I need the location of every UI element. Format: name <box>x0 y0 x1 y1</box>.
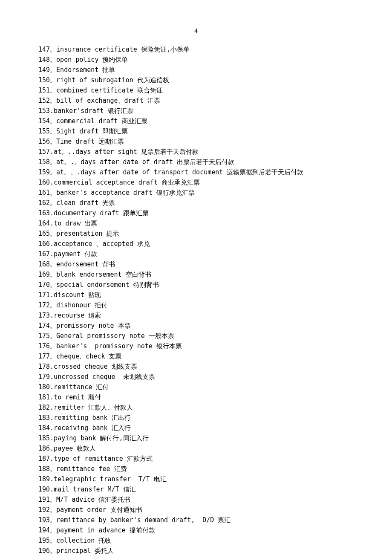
glossary-entry: 162。clean draft 光票 <box>38 198 354 208</box>
glossary-entry: 152。bill of exchange、draft 汇票 <box>38 95 354 106</box>
glossary-entry: 181.to remit 顺付 <box>38 392 354 402</box>
glossary-entry: 164.to draw 出票 <box>38 218 354 228</box>
glossary-entry: 156。Time draft 远期汇票 <box>38 136 354 147</box>
glossary-entry: 191。M/T advice 信汇委托书 <box>38 494 354 505</box>
glossary-entry: 147。insurance certificate 保险凭证,小保单 <box>38 44 354 55</box>
glossary-entry: 180.remittance 汇付 <box>38 382 354 392</box>
glossary-entry: 161。banker's acceptance draft 银行承兑汇票 <box>38 188 354 198</box>
glossary-entry: 192。payment order 支付通知书 <box>38 505 354 515</box>
glossary-entry: 189.telegraphic transfer T/T 电汇 <box>38 474 354 484</box>
glossary-entry: 172。dishonour 拒付 <box>38 300 354 310</box>
glossary-entry: 178.crossed cheque 划线支票 <box>38 361 354 372</box>
glossary-entry: 170。special endorsement 特别背书 <box>38 280 354 290</box>
glossary-entry: 158。at。.。days after date of draft 出票后若干天… <box>38 157 354 167</box>
glossary-entry: 148。open policy 预约保单 <box>38 55 354 65</box>
glossary-entry: 151。combined certificate 联合凭证 <box>38 85 354 95</box>
glossary-entry: 195。collection 托收 <box>38 535 354 546</box>
glossary-entry: 160.commercial acceptance draft 商业承兑汇票 <box>38 177 354 188</box>
glossary-entry: 186.payee 收款人 <box>38 443 354 454</box>
glossary-entry: 155。Sight draft 即期汇票 <box>38 126 354 136</box>
glossary-entry: 171.discount 贴现 <box>38 290 354 300</box>
glossary-entry: 188。remittance fee 汇费 <box>38 464 354 474</box>
glossary-entry: 159。at。。.days after date of transport do… <box>38 167 354 177</box>
glossary-entry: 175。General promissory note 一般本票 <box>38 331 354 341</box>
glossary-entry: 173.recourse 追索 <box>38 310 354 321</box>
glossary-entry: 193。remittance by banker's demand draft,… <box>38 515 354 525</box>
glossary-entry: 179.uncrossed cheque 未划线支票 <box>38 372 354 382</box>
glossary-entry: 174。promissory note 本票 <box>38 321 354 331</box>
glossary-entry: 169。blank endorsement 空白背书 <box>38 269 354 280</box>
glossary-entry: 153.banker'sdraft 银行汇票 <box>38 106 354 116</box>
glossary-entry: 165。presentation 提示 <box>38 228 354 239</box>
glossary-entry: 167.payment 付款 <box>38 249 354 259</box>
glossary-entry: 184.receiving bank 汇入行 <box>38 423 354 433</box>
page-number: 4 <box>38 26 354 36</box>
glossary-entry: 177。cheque、check 支票 <box>38 351 354 361</box>
glossary-entry: 168。endorsement 背书 <box>38 259 354 269</box>
glossary-entry: 185.paying bank 解付行,同汇入行 <box>38 433 354 443</box>
glossary-entry: 163.documentary draft 跟单汇票 <box>38 208 354 218</box>
glossary-entry: 182.remitter 汇款人、付款人 <box>38 402 354 413</box>
glossary-entry: 166.acceptance 、accepted 承兑 <box>38 239 354 249</box>
glossary-entry: 176。banker's promissory note 银行本票 <box>38 341 354 351</box>
glossary-entry: 187.type of remittance 汇款方式 <box>38 454 354 464</box>
glossary-list: 147。insurance certificate 保险凭证,小保单148。op… <box>38 44 354 555</box>
glossary-entry: 150。right of subrogation 代为追偿权 <box>38 75 354 85</box>
glossary-entry: 154。commercial draft 商业汇票 <box>38 116 354 126</box>
glossary-entry: 157.at。..days after sight 见票后若干天后付款 <box>38 147 354 157</box>
glossary-entry: 196。principal 委托人 <box>38 546 354 555</box>
glossary-entry: 183.remitting bank 汇出行 <box>38 413 354 423</box>
glossary-entry: 190.mail transfer M/T 信汇 <box>38 484 354 494</box>
glossary-entry: 149。Endorsement 批单 <box>38 65 354 75</box>
glossary-entry: 194。payment in advance 提前付款 <box>38 525 354 535</box>
